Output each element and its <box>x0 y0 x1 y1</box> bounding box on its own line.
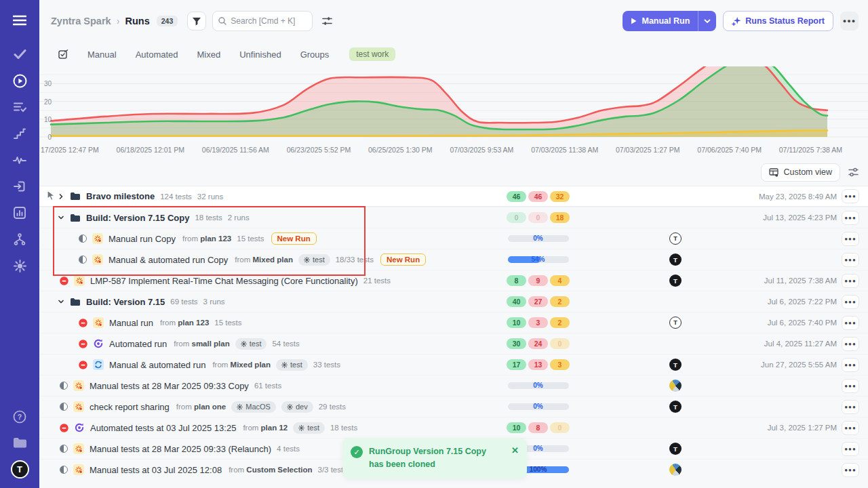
row-menu-button[interactable]: ●●● <box>842 463 859 477</box>
run-source: from small plan <box>174 340 229 348</box>
avatar[interactable]: T <box>669 317 682 329</box>
table-row[interactable]: check report sharingfrom plan one MacOS … <box>39 396 868 417</box>
projects-folder-icon[interactable] <box>12 434 28 451</box>
filter-button[interactable] <box>187 12 206 30</box>
run-title[interactable]: Build: Version 7.15 <box>86 297 165 307</box>
table-row[interactable]: Automated tests at 03 Jul 2025 13:25from… <box>39 417 868 438</box>
run-title[interactable]: Manual tests at 28 Mar 2025 09:33 Copy <box>90 381 249 391</box>
toast-close-icon[interactable]: ✕ <box>511 445 519 471</box>
search-input[interactable] <box>231 16 305 26</box>
run-title[interactable]: Automated run <box>109 339 167 349</box>
table-row[interactable]: Build: Version 7.15 Copy18 tests2 runs 0… <box>39 207 868 228</box>
sidebar-item-runs[interactable] <box>12 73 28 89</box>
run-source: from Mixed plan <box>212 361 271 369</box>
avatar[interactable]: T <box>669 274 682 287</box>
avatar[interactable] <box>669 380 682 392</box>
row-menu-button[interactable]: ●●● <box>842 400 859 414</box>
row-menu-button[interactable]: ●●● <box>842 189 859 203</box>
run-title[interactable]: Manual & automated run <box>109 360 205 370</box>
stat-pill-yellow: 18 <box>550 212 570 223</box>
new-run-badge[interactable]: New Run <box>380 253 426 266</box>
runs-history-chart: 0102030 <box>39 66 868 142</box>
sidebar-item-import[interactable] <box>12 178 28 195</box>
row-menu-button[interactable]: ●●● <box>842 274 859 288</box>
run-title[interactable]: Build: Version 7.15 Copy <box>86 213 189 223</box>
row-menu-button[interactable]: ●●● <box>842 358 859 372</box>
table-row[interactable]: Automated runfrom small plan test54 test… <box>39 333 868 354</box>
header-more-button[interactable]: ●●● <box>840 12 859 30</box>
select-edit-icon[interactable] <box>58 49 68 60</box>
table-row[interactable]: Manual & automated run Copyfrom Mixed pl… <box>39 249 868 270</box>
row-menu-button[interactable]: ●●● <box>842 316 859 330</box>
breadcrumb-project[interactable]: Zyntra Spark <box>51 16 111 26</box>
tab-mixed[interactable]: Mixed <box>197 49 221 60</box>
help-icon[interactable]: ? <box>12 409 28 425</box>
run-title[interactable]: Manual tests at 03 Jul 2025 12:08 <box>90 465 222 475</box>
chevron-right-icon[interactable] <box>58 193 64 200</box>
user-avatar[interactable]: T <box>11 460 29 479</box>
run-title[interactable]: Manual run Copy <box>108 234 176 244</box>
sidebar-item-test-cases[interactable] <box>12 99 28 115</box>
manual-run-icon <box>74 275 85 286</box>
active-filter-pill[interactable]: test work <box>349 47 395 61</box>
row-menu-button[interactable]: ●●● <box>842 379 859 393</box>
sidebar-item-tests[interactable] <box>12 46 28 62</box>
manual-run-button[interactable]: Manual Run <box>623 11 716 31</box>
row-menu-button[interactable]: ●●● <box>842 232 859 246</box>
custom-view-button[interactable]: Custom view <box>761 163 840 182</box>
run-date: Jul 4, 2025 11:27 AM <box>764 340 837 348</box>
row-menu-button[interactable]: ●●● <box>842 253 859 267</box>
row-menu-button[interactable]: ●●● <box>842 442 859 456</box>
run-title[interactable]: Manual tests at 28 Mar 2025 09:33 (Relau… <box>90 444 271 454</box>
table-row[interactable]: Manual run Copyfrom plan 12315 testsNew … <box>39 228 868 249</box>
runs-status-report-button[interactable]: Runs Status Report <box>723 11 833 31</box>
avatar[interactable]: T <box>669 253 682 266</box>
y-axis-label: 20 <box>41 98 52 106</box>
manual-run-dropdown[interactable] <box>698 11 716 31</box>
search-box[interactable] <box>212 11 313 31</box>
run-title[interactable]: Automated tests at 03 Jul 2025 13:25 <box>90 423 236 433</box>
table-row[interactable]: Build: Version 7.1569 tests3 runs 40272 … <box>39 291 868 312</box>
avatar[interactable]: T <box>669 359 682 371</box>
avatar[interactable] <box>669 464 682 476</box>
row-menu-button[interactable]: ●●● <box>842 337 859 351</box>
tab-manual[interactable]: Manual <box>87 49 117 60</box>
avatar[interactable]: T <box>669 232 682 245</box>
sidebar-item-milestones[interactable] <box>12 125 28 142</box>
stat-pill-red: 3 <box>528 317 548 328</box>
table-row[interactable]: Manual & automated runfrom Mixed plan te… <box>39 354 868 375</box>
sidebar-item-activity[interactable] <box>12 152 28 168</box>
filter-settings-icon[interactable] <box>322 16 332 26</box>
run-title[interactable]: LMP-587 Implement Real-Time Chat Messagi… <box>90 276 358 286</box>
avatar[interactable]: T <box>669 401 682 413</box>
sidebar-item-settings[interactable] <box>12 258 28 274</box>
tests-count: 61 tests <box>254 382 281 390</box>
table-row[interactable]: LMP-587 Implement Real-Time Chat Messagi… <box>39 270 868 291</box>
progress-bar: 54% <box>506 256 570 263</box>
row-menu-button[interactable]: ●●● <box>842 211 859 225</box>
manual-run-label: Manual Run <box>642 16 690 26</box>
sidebar-item-reports[interactable] <box>12 205 28 221</box>
table-row[interactable]: Manual tests at 28 Mar 2025 09:33 Copy61… <box>39 375 868 396</box>
success-check-icon: ✓ <box>351 446 363 458</box>
hamburger-menu-icon[interactable] <box>12 12 28 28</box>
toast-notification: ✓ RunGroup Version 7.15 Copy has been cl… <box>342 438 527 479</box>
table-row[interactable]: Bravo milestone124 tests32 runs 464632 M… <box>39 186 868 207</box>
tab-unfinished[interactable]: Unfinished <box>239 49 281 60</box>
avatar[interactable]: T <box>669 443 682 455</box>
new-run-badge[interactable]: New Run <box>271 232 317 245</box>
run-title[interactable]: check report sharing <box>90 402 170 412</box>
tab-automated[interactable]: Automated <box>136 49 178 60</box>
chevron-down-icon[interactable] <box>58 298 64 305</box>
row-menu-button[interactable]: ●●● <box>842 421 859 435</box>
view-settings-icon[interactable] <box>848 167 859 177</box>
run-title[interactable]: Manual run <box>109 318 153 328</box>
row-menu-button[interactable]: ●●● <box>842 295 859 309</box>
sidebar-item-traceability[interactable] <box>12 231 28 247</box>
tab-groups[interactable]: Groups <box>300 49 330 60</box>
table-row[interactable]: Manual runfrom plan 12315 tests 1032 Jul… <box>39 312 868 333</box>
run-title[interactable]: Bravo milestone <box>86 191 155 201</box>
x-axis-label: 06/25/2025 1:30 PM <box>368 146 433 159</box>
run-title[interactable]: Manual & automated run Copy <box>108 255 228 265</box>
chevron-down-icon[interactable] <box>58 214 64 221</box>
